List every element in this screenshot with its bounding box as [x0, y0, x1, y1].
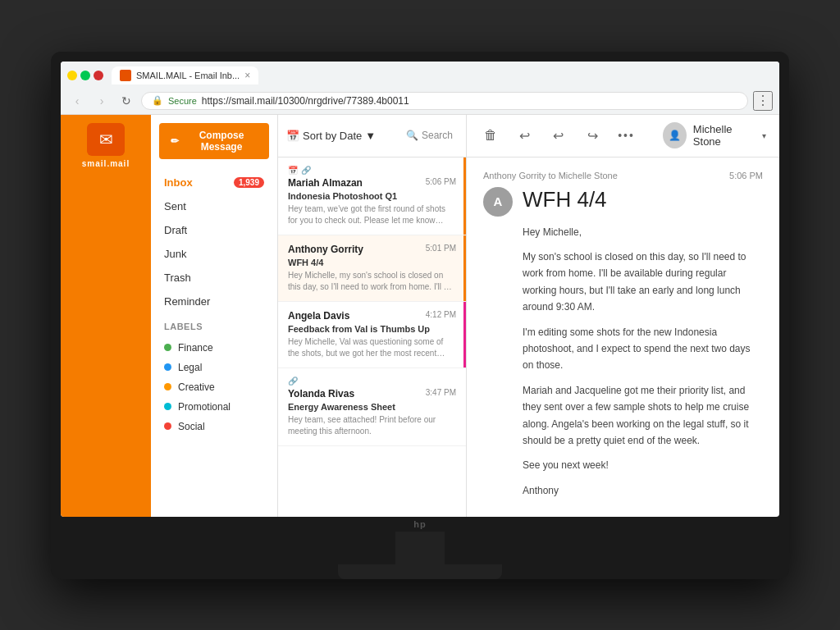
label-item-creative[interactable]: Creative — [164, 377, 264, 397]
user-dropdown-icon: ▾ — [762, 131, 766, 140]
promotional-label: Promotional — [178, 401, 231, 413]
finance-dot — [164, 344, 171, 351]
label-item-legal[interactable]: Legal — [164, 358, 264, 377]
link-icon: 🔗 — [301, 166, 311, 175]
browser-title-bar: − □ × SMAIL.MAIL - Email Inb... × — [61, 62, 779, 88]
sidebar: ✉ smail.mail — [61, 115, 151, 517]
tab-label: SMAIL.MAIL - Email Inb... — [136, 71, 240, 80]
user-avatar: 👤 — [663, 122, 687, 148]
more-actions-button[interactable]: ••• — [616, 124, 637, 147]
email-item[interactable]: Angela Davis 4:12 PM Feedback from Val i… — [278, 302, 466, 368]
email-subject: WFH 4/4 — [288, 258, 456, 267]
compose-button[interactable]: ✏ Compose Message — [159, 123, 269, 159]
left-nav: ✏ Compose Message Inbox 1,939 Sent Draft… — [151, 115, 278, 517]
email-item[interactable]: 🔗 Yolanda Rivas 3:47 PM Energy Awareness… — [278, 368, 466, 446]
tab-close-icon[interactable]: × — [244, 70, 250, 81]
delete-button[interactable]: 🗑 — [480, 124, 500, 147]
url-text: https://smail.mail/10300/nrgdrive/77389.… — [202, 95, 409, 107]
labels-section: Labels Finance Legal Creative — [151, 313, 277, 441]
trash-label: Trash — [164, 272, 191, 284]
email-list-header: 📅 Sort by Date ▼ 🔍 Search — [278, 115, 466, 158]
user-area[interactable]: 👤 Michelle Stone ▾ — [663, 122, 766, 148]
secure-icon: 🔒 — [152, 95, 163, 106]
label-item-finance[interactable]: Finance — [164, 338, 264, 358]
sort-label: Sort by Date — [303, 130, 362, 142]
window-controls: − □ × — [67, 71, 103, 80]
email-view: 🗑 ↩ ↩ ↪ ••• 👤 Michelle Stone ▾ — [467, 115, 779, 517]
email-body-p1: My son's school is closed on this day, s… — [523, 249, 763, 316]
email-view-subject: WFH 4/4 — [523, 187, 763, 212]
social-label: Social — [178, 421, 205, 432]
email-subject: Indonesia Photoshoot Q1 — [288, 191, 456, 201]
sidebar-item-sent[interactable]: Sent — [151, 194, 277, 218]
forward-button[interactable]: ↪ — [582, 124, 602, 147]
monitor-bezel-bottom: hp — [61, 517, 779, 532]
reply-all-button[interactable]: ↩ — [548, 124, 568, 147]
draft-label: Draft — [164, 224, 187, 236]
email-body-p2: I'm editing some shots for the new Indon… — [523, 324, 763, 374]
user-name: Michelle Stone — [693, 123, 756, 148]
sidebar-item-reminder[interactable]: Reminder — [151, 290, 277, 313]
email-time: 4:12 PM — [426, 310, 456, 319]
creative-dot — [164, 383, 171, 390]
sidebar-item-draft[interactable]: Draft — [151, 218, 277, 242]
finance-label: Finance — [178, 342, 213, 354]
compose-label: Compose Message — [185, 130, 258, 153]
sort-icon: 📅 — [286, 130, 299, 142]
email-preview: Hey Michelle, Val was questioning some o… — [288, 336, 456, 359]
promotional-dot — [164, 403, 171, 410]
email-body-greeting: Hey Michelle, — [523, 224, 763, 240]
email-item-header: Angela Davis 4:12 PM — [288, 310, 456, 322]
email-meta-row: Anthony Gorrity to Michelle Stone 5:06 P… — [483, 171, 763, 184]
creative-label: Creative — [178, 381, 215, 393]
email-sender: Anthony Gorrity — [288, 244, 363, 255]
legal-label: Legal — [178, 362, 202, 373]
reload-button[interactable]: ↻ — [116, 91, 136, 111]
calendar-icon: 📅 — [288, 166, 298, 175]
browser-menu-button[interactable]: ⋮ — [753, 91, 773, 111]
monitor-screen: − □ × SMAIL.MAIL - Email Inb... × ‹ › ↻ … — [61, 62, 779, 517]
email-time: 3:47 PM — [426, 388, 456, 397]
forward-button[interactable]: › — [92, 91, 112, 111]
email-item[interactable]: 📅 🔗 Mariah Almazan 5:06 PM Indonesia Pho… — [278, 158, 466, 235]
tab-favicon — [120, 70, 131, 81]
hp-logo: hp — [413, 519, 426, 529]
back-button[interactable]: ‹ — [67, 91, 87, 111]
sidebar-item-junk[interactable]: Junk — [151, 242, 277, 266]
email-item-header: Anthony Gorrity 5:01 PM — [288, 244, 456, 255]
email-item[interactable]: Anthony Gorrity 5:01 PM WFH 4/4 Hey Mich… — [278, 235, 466, 302]
search-area[interactable]: 🔍 Search — [401, 130, 458, 141]
reply-button[interactable]: ↩ — [514, 124, 534, 147]
email-item-header: Yolanda Rivas 3:47 PM — [288, 388, 456, 399]
address-bar[interactable]: 🔒 Secure https://smail.mail/10300/nrgdri… — [141, 92, 748, 110]
sidebar-item-trash[interactable]: Trash — [151, 266, 277, 290]
email-time: 5:01 PM — [426, 244, 456, 253]
label-item-promotional[interactable]: Promotional — [164, 397, 264, 417]
email-subject: Energy Awareness Sheet — [288, 402, 456, 412]
email-time: 5:06 PM — [426, 177, 456, 186]
sort-button[interactable]: 📅 Sort by Date ▼ — [286, 130, 401, 142]
search-label: Search — [422, 130, 453, 141]
stand-base — [338, 564, 502, 579]
compose-icon: ✏ — [171, 135, 179, 147]
junk-label: Junk — [164, 248, 186, 260]
sidebar-item-inbox[interactable]: Inbox 1,939 — [151, 171, 277, 194]
email-accent-bar — [463, 302, 466, 368]
browser-nav-bar: ‹ › ↻ 🔒 Secure https://smail.mail/10300/… — [61, 88, 779, 114]
inbox-badge: 1,939 — [234, 177, 264, 188]
email-sender: Yolanda Rivas — [288, 388, 354, 399]
logo-icon: ✉ — [99, 130, 113, 149]
reminder-label: Reminder — [164, 295, 210, 308]
email-preview: Hey team, we've got the first round of s… — [288, 203, 456, 226]
browser-tab[interactable]: SMAIL.MAIL - Email Inb... × — [112, 66, 258, 84]
email-item-icons: 🔗 — [288, 377, 456, 386]
close-button[interactable]: × — [94, 71, 103, 80]
minimize-button[interactable]: − — [67, 71, 77, 80]
label-item-social[interactable]: Social — [164, 417, 264, 436]
email-preview: Hey Michelle, my son's school is closed … — [288, 270, 456, 293]
sidebar-logo: ✉ — [87, 123, 125, 156]
sender-avatar: A — [483, 187, 513, 217]
monitor-outer: − □ × SMAIL.MAIL - Email Inb... × ‹ › ↻ … — [51, 52, 789, 579]
restore-button[interactable]: □ — [80, 71, 90, 80]
email-accent-bar — [463, 235, 466, 301]
